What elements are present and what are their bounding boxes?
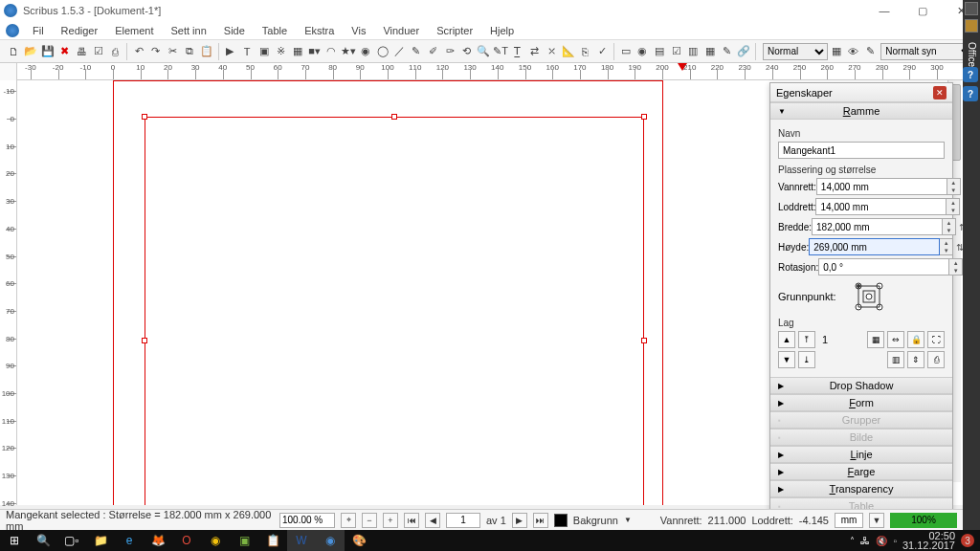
paste-icon[interactable]: 📋 [199, 44, 214, 59]
bezier-tool-icon[interactable]: ✎ [409, 44, 424, 59]
toggle-cm-icon[interactable]: ▦ [829, 44, 844, 59]
taskbar-firefox[interactable]: 🦊 [144, 530, 172, 551]
task-view-button[interactable]: ▢▫ [57, 530, 86, 551]
noprint-button[interactable]: ⎙ [927, 351, 945, 368]
zoom-out-button[interactable]: − [362, 513, 377, 528]
page-first-button[interactable]: ⏮ [404, 513, 419, 528]
level-top-button[interactable]: ⤒ [798, 331, 815, 348]
select-tool-icon[interactable]: ▶ [223, 44, 238, 59]
maximize-button[interactable]: ▢ [903, 0, 942, 21]
polygon-tool-icon[interactable]: ★▾ [341, 44, 356, 59]
preview-icon[interactable]: 👁 [846, 44, 861, 59]
ruler-horizontal[interactable]: -30-20-100102030405060708090100110120130… [17, 63, 980, 79]
menu-edit[interactable]: Rediger [54, 23, 106, 38]
lock-size-button[interactable]: ⛶ [927, 331, 945, 348]
section-transparency[interactable]: ▶Transparency [770, 480, 952, 497]
taskbar-app2[interactable]: 📋 [258, 530, 287, 551]
layer-color-swatch[interactable] [554, 514, 568, 527]
rotate-tool-icon[interactable]: ⟲ [459, 44, 475, 59]
taskbar-explorer[interactable]: 📁 [86, 530, 115, 551]
search-button[interactable]: 🔍 [29, 530, 57, 551]
arc-tool-icon[interactable]: ◠ [324, 44, 340, 59]
level-up-button[interactable]: ▲ [778, 331, 795, 348]
redo-icon[interactable]: ↷ [148, 44, 164, 59]
edit-content-icon[interactable]: ✎T [493, 44, 508, 59]
pdf-button-icon[interactable]: ▭ [618, 44, 634, 59]
copy-props-icon[interactable]: ⎘ [578, 44, 593, 59]
menu-file[interactable]: Fil [25, 23, 52, 38]
unlink-frames-icon[interactable]: ⤫ [544, 44, 559, 59]
render-frame-icon[interactable]: ※ [274, 44, 289, 59]
open-icon[interactable]: 📂 [24, 44, 39, 59]
layer-dropdown-icon[interactable]: ▼ [624, 516, 632, 524]
flip-h-button[interactable]: ⇔ [887, 331, 904, 348]
properties-panel[interactable]: Egenskaper ✕ ▼ Ramme Navn Plassering og … [769, 82, 953, 516]
lock-button[interactable]: 🔒 [907, 331, 924, 348]
taskbar-chrome[interactable]: ◉ [201, 530, 230, 551]
section-drop-shadow[interactable]: ▶Drop Shadow [770, 377, 952, 394]
zoom-in-button[interactable]: + [383, 513, 398, 528]
undo-icon[interactable]: ↶ [131, 44, 146, 59]
story-editor-icon[interactable]: T̲ [510, 44, 525, 59]
resize-handle-tm[interactable] [391, 114, 397, 120]
taskbar-app1[interactable]: ▣ [230, 530, 258, 551]
zoom-default-button[interactable]: ⌖ [341, 513, 356, 528]
layer-name-label[interactable]: Bakgrunn [573, 515, 618, 526]
resize-handle-tl[interactable] [142, 114, 147, 120]
width-input[interactable] [812, 218, 943, 235]
resize-handle-ml[interactable] [142, 338, 147, 343]
menu-extras[interactable]: Ekstra [297, 23, 342, 38]
pdf-combo-icon[interactable]: ▥ [685, 44, 701, 59]
sidebar-app-2[interactable] [965, 19, 978, 33]
properties-header[interactable]: Egenskaper ✕ [770, 83, 952, 102]
menu-page[interactable]: Side [216, 23, 253, 38]
link-frames-icon[interactable]: ⇄ [527, 44, 543, 59]
start-button[interactable]: ⊞ [0, 530, 29, 551]
tray-chevron-icon[interactable]: ˄ [850, 536, 855, 546]
pdf-icon[interactable]: ⎙ [108, 44, 123, 59]
page-prev-button[interactable]: ◀ [425, 513, 440, 528]
xpos-input[interactable] [816, 178, 947, 195]
taskbar-paint[interactable]: 🎨 [345, 530, 373, 551]
pdf-check-icon[interactable]: ☑ [669, 44, 684, 59]
zoom-input[interactable] [279, 513, 335, 528]
pdf-text-icon[interactable]: ▤ [652, 44, 667, 59]
tray-clock[interactable]: 02:50 31.12.2017 [902, 531, 955, 550]
pdf-link-icon[interactable]: 🔗 [736, 44, 751, 59]
unit-dropdown-icon[interactable]: ▼ [869, 513, 884, 528]
section-color[interactable]: ▶Farge [770, 463, 952, 480]
page-last-button[interactable]: ⏭ [533, 513, 548, 528]
basepoint-widget[interactable] [854, 281, 884, 312]
ungroup-button[interactable]: ▥ [887, 351, 904, 368]
minimize-button[interactable]: — [865, 0, 903, 21]
calligraphy-tool-icon[interactable]: ✑ [442, 44, 457, 59]
shape-tool-icon[interactable]: ■▾ [307, 44, 323, 59]
save-icon[interactable]: 💾 [40, 44, 56, 59]
ruler-vertical[interactable]: -100102030405060708090100110120130140 [0, 80, 17, 505]
section-form[interactable]: ▶Form [770, 394, 952, 411]
line-tool-icon[interactable]: ／ [391, 44, 407, 59]
edit-in-preview-icon[interactable]: ✎ [863, 44, 879, 59]
taskbar-word[interactable]: W [287, 530, 316, 551]
menu-scripter[interactable]: Scripter [429, 23, 480, 38]
section-frame-header[interactable]: ▼ Ramme [770, 102, 952, 120]
menu-insert[interactable]: Sett inn [164, 23, 214, 38]
new-icon[interactable]: 🗋 [7, 44, 22, 59]
flip-v-button[interactable]: ⇕ [907, 351, 924, 368]
selected-polygon-frame[interactable] [145, 117, 644, 505]
menu-help[interactable]: Hjelp [482, 23, 522, 38]
resize-handle-mr[interactable] [641, 338, 647, 343]
group-button[interactable]: ▦ [867, 331, 884, 348]
tray-lang-icon[interactable]: ▫ [893, 536, 897, 546]
help-icon-1[interactable]: ? [963, 67, 978, 82]
taskbar-opera[interactable]: O [172, 530, 201, 551]
tray-notifications[interactable]: 3 [961, 534, 974, 547]
height-input[interactable] [809, 238, 940, 255]
measure-tool-icon[interactable]: 📐 [561, 44, 576, 59]
menu-windows[interactable]: Vinduer [375, 23, 427, 38]
menu-element[interactable]: Element [107, 23, 161, 38]
sidebar-app-1[interactable] [965, 2, 978, 15]
rotation-input[interactable] [818, 258, 949, 276]
table-tool-icon[interactable]: ▦ [290, 44, 305, 59]
zoom-tool-icon[interactable]: 🔍 [477, 44, 492, 59]
